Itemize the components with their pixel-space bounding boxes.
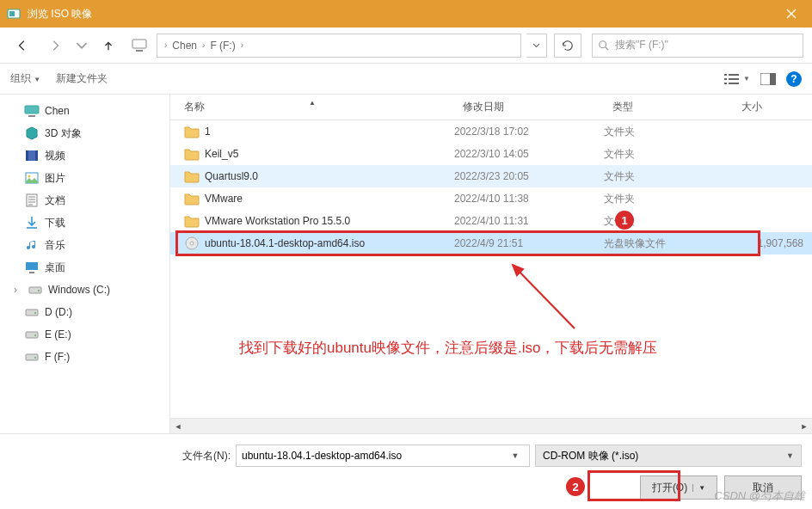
svg-rect-7	[724, 78, 727, 80]
svg-rect-8	[729, 78, 739, 80]
tree-view[interactable]: Chen3D 对象视频图片文档下载音乐桌面›Windows (C:)D (D:)…	[0, 95, 170, 433]
file-row[interactable]: 12022/3/18 17:02文件夹	[170, 120, 812, 143]
tree-item-label: F (F:)	[45, 351, 70, 363]
tree-item-label: 3D 对象	[45, 126, 82, 141]
desktop-icon	[24, 260, 40, 275]
tree-item[interactable]: ›Windows (C:)	[0, 279, 169, 301]
chevron-down-icon[interactable]: ▼	[507, 451, 524, 460]
tree-item[interactable]: 文档	[0, 189, 169, 212]
scroll-left-button[interactable]: ◄	[170, 419, 186, 434]
tree-item[interactable]: D (D:)	[0, 301, 169, 323]
svg-rect-25	[26, 310, 38, 316]
column-name[interactable]: ▲名称	[170, 100, 454, 114]
file-size: 1,907,568	[733, 237, 812, 249]
search-input[interactable]: 搜索"F (F:)"	[592, 34, 803, 58]
file-type: 文件夹	[604, 169, 733, 184]
tree-item[interactable]: 视频	[0, 144, 169, 167]
svg-rect-3	[136, 50, 143, 52]
tree-item[interactable]: 桌面	[0, 256, 169, 279]
tree-item[interactable]: E (E:)	[0, 323, 169, 346]
file-name: ubuntu-18.04.1-desktop-amd64.iso	[205, 237, 365, 249]
doc-icon	[24, 193, 40, 208]
file-type: 光盘映像文件	[604, 236, 733, 251]
drive-icon	[24, 349, 40, 365]
svg-rect-2	[132, 40, 146, 48]
svg-rect-6	[729, 74, 739, 76]
address-dropdown[interactable]	[526, 34, 547, 58]
tree-item-label: 视频	[45, 149, 65, 163]
horizontal-scrollbar[interactable]: ◄ ►	[170, 418, 812, 433]
refresh-button[interactable]	[554, 34, 581, 58]
svg-point-32	[190, 242, 194, 245]
open-button[interactable]: 打开(O)▼	[640, 475, 717, 500]
column-size[interactable]: 大小	[733, 100, 812, 114]
tree-item[interactable]: 下载	[0, 212, 169, 234]
svg-point-26	[34, 312, 36, 314]
filename-label: 文件名(N):	[182, 449, 231, 463]
breadcrumb-item[interactable]: Chen	[169, 40, 200, 52]
titlebar: 浏览 ISO 映像	[0, 0, 812, 28]
annotation-text: 找到下载好的ubuntu映像文件，注意后缀是.iso，下载后无需解压	[239, 338, 657, 358]
filter-value: CD-ROM 映像 (*.iso)	[543, 449, 638, 463]
annotation-arrow	[497, 258, 600, 335]
filename-input[interactable]: ubuntu-18.04.1-desktop-amd64.iso ▼	[236, 445, 530, 467]
drive-icon	[28, 282, 43, 297]
picture-icon	[24, 170, 40, 186]
close-button[interactable]	[772, 0, 810, 28]
column-headers[interactable]: ▲名称 修改日期 类型 大小	[170, 95, 812, 120]
file-name: 1	[205, 126, 211, 138]
address-bar[interactable]: › Chen › F (F:) ›	[157, 34, 521, 58]
file-type-filter[interactable]: CD-ROM 映像 (*.iso) ▼	[535, 445, 802, 467]
file-date: 2022/3/23 20:05	[454, 170, 604, 182]
file-name: VMware Workstation Pro 15.5.0	[205, 215, 350, 227]
tree-item[interactable]: 图片	[0, 167, 169, 189]
organize-menu[interactable]: 组织 ▼	[10, 71, 40, 86]
file-date: 2022/4/10 11:38	[454, 193, 604, 205]
cancel-button[interactable]: 取消	[724, 475, 802, 500]
svg-rect-9	[724, 83, 727, 84]
preview-pane-button[interactable]	[760, 73, 776, 85]
chevron-down-icon[interactable]: ▼	[786, 451, 794, 460]
file-date: 2022/4/9 21:51	[454, 237, 604, 249]
svg-rect-17	[35, 150, 38, 161]
recent-dropdown[interactable]	[74, 34, 89, 58]
drive-icon	[24, 327, 40, 342]
new-folder-button[interactable]: 新建文件夹	[56, 71, 108, 86]
column-date[interactable]: 修改日期	[454, 100, 604, 114]
breadcrumb-item[interactable]: F (F:)	[206, 40, 238, 52]
drive-icon	[24, 304, 40, 320]
back-button[interactable]	[9, 34, 36, 58]
music-icon	[24, 237, 40, 253]
scroll-right-button[interactable]: ►	[797, 419, 812, 434]
folder-icon	[184, 169, 200, 184]
tree-item[interactable]: F (F:)	[0, 346, 169, 368]
tree-item[interactable]: Chen	[0, 100, 169, 122]
bottom-panel: 文件名(N): ubuntu-18.04.1-desktop-amd64.iso…	[0, 433, 812, 509]
file-row[interactable]: VMware Workstation Pro 15.5.02022/4/10 1…	[170, 210, 812, 232]
forward-button[interactable]	[41, 34, 69, 58]
pc-icon	[24, 103, 40, 119]
column-type[interactable]: 类型	[604, 100, 733, 114]
tree-item[interactable]: 音乐	[0, 234, 169, 256]
file-name: Quartusl9.0	[205, 170, 258, 182]
file-row[interactable]: ubuntu-18.04.1-desktop-amd64.iso2022/4/9…	[170, 232, 812, 254]
svg-rect-23	[29, 287, 41, 293]
file-row[interactable]: Quartusl9.02022/3/23 20:05文件夹	[170, 165, 812, 187]
tree-item-label: 音乐	[45, 238, 65, 253]
file-row[interactable]: Keil_v52022/3/10 14:05文件夹	[170, 143, 812, 165]
up-button[interactable]	[95, 34, 122, 58]
tree-item[interactable]: 3D 对象	[0, 122, 169, 144]
file-date: 2022/4/10 11:31	[454, 215, 604, 227]
expand-icon[interactable]: ›	[9, 284, 22, 296]
view-options-button[interactable]: ▼	[724, 73, 750, 85]
svg-rect-29	[26, 354, 38, 360]
help-button[interactable]: ?	[786, 71, 802, 87]
svg-rect-12	[770, 73, 776, 85]
cube-icon	[24, 126, 40, 141]
svg-point-19	[28, 175, 31, 178]
tree-item-label: 桌面	[45, 261, 65, 275]
tree-item-label: 文档	[45, 193, 65, 208]
file-row[interactable]: VMware2022/4/10 11:38文件夹	[170, 187, 812, 210]
svg-point-28	[34, 334, 36, 336]
file-rows[interactable]: 12022/3/18 17:02文件夹Keil_v52022/3/10 14:0…	[170, 120, 812, 418]
